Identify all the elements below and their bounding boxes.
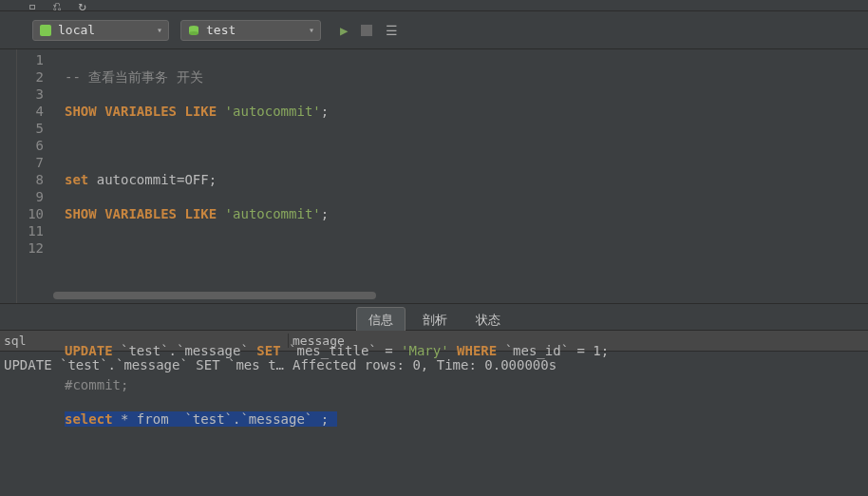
- line-number: 4: [17, 103, 44, 120]
- scrollbar-thumb[interactable]: [53, 292, 376, 299]
- connection-icon: [39, 24, 52, 37]
- svg-rect-0: [40, 25, 51, 36]
- string: 'autocommit': [225, 206, 321, 221]
- line-number: 6: [17, 137, 44, 154]
- connection-dropdown[interactable]: local ▾: [32, 20, 169, 41]
- database-icon: [187, 24, 200, 37]
- stop-button[interactable]: [361, 25, 372, 36]
- sql-editor: 1 2 3 4 5 6 7 8 9 10 11 12 -- 查看当前事务 开关 …: [0, 49, 868, 304]
- keyword: SHOW: [65, 104, 97, 119]
- connection-label: local: [58, 23, 95, 37]
- keyword: UPDATE: [65, 343, 113, 358]
- line-gutter: 1 2 3 4 5 6 7 8 9 10 11 12: [17, 49, 53, 303]
- database-label: test: [206, 23, 236, 37]
- explain-button[interactable]: ☰: [386, 23, 398, 38]
- keyword: LIKE: [184, 206, 217, 221]
- line-number: 9: [17, 188, 44, 205]
- horizontal-scrollbar[interactable]: [53, 292, 849, 301]
- connection-bar: local ▾ test ▾ ▶ ☰: [0, 11, 868, 49]
- line-number: 10: [17, 205, 44, 222]
- line-number: 7: [17, 154, 44, 171]
- database-dropdown[interactable]: test ▾: [180, 20, 321, 41]
- string: 'autocommit': [225, 104, 321, 119]
- line-number: 11: [17, 222, 44, 239]
- keyword: VARIABLES: [104, 206, 177, 221]
- run-controls: ▶ ☰: [340, 23, 398, 38]
- keyword: SHOW: [65, 206, 97, 221]
- chevron-down-icon: ▾: [157, 25, 162, 35]
- code-area[interactable]: -- 查看当前事务 开关 SHOW VARIABLES LIKE 'autoco…: [53, 49, 868, 303]
- keyword: SET: [256, 343, 280, 358]
- line-number: 1: [17, 51, 44, 68]
- svg-point-3: [189, 31, 198, 35]
- left-margin: [0, 49, 17, 303]
- string: 'Mary': [401, 343, 449, 358]
- keyword: LIKE: [184, 104, 217, 119]
- top-icon-bar: ▫ ⎌ ↻: [0, 0, 868, 11]
- code-comment: #commit;: [65, 377, 128, 392]
- line-number: 5: [17, 120, 44, 137]
- keyword: select: [65, 411, 113, 427]
- keyword: WHERE: [457, 343, 497, 358]
- code-comment: -- 查看当前事务 开关: [65, 69, 203, 85]
- chevron-down-icon: ▾: [309, 25, 314, 35]
- line-number: 8: [17, 171, 44, 188]
- keyword: VARIABLES: [104, 104, 177, 119]
- keyword: set: [65, 172, 88, 187]
- run-button[interactable]: ▶: [340, 23, 348, 38]
- line-number: 12: [17, 239, 44, 257]
- line-number: 3: [17, 86, 44, 103]
- line-number: 2: [17, 68, 44, 86]
